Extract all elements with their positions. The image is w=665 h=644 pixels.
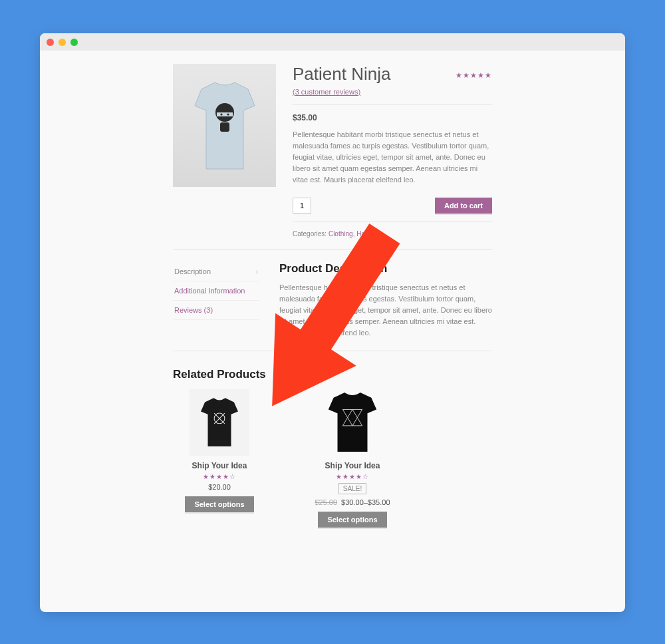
tab-content-body: Pellentesque habitant morbi tristique se… [279,282,492,339]
category-link-hoodies[interactable]: Hoodies [356,230,381,238]
tab-additional-information[interactable]: Additional Information [173,281,259,301]
select-options-button[interactable]: Select options [185,496,253,512]
minimize-dot[interactable] [59,39,66,46]
divider [293,104,492,105]
tab-content-heading: Product Description [279,262,492,275]
tab-list: Description › Additional Information Rev… [173,262,259,339]
related-product-name: Ship Your Idea [306,461,399,470]
category-link-clothing[interactable]: Clothing [329,230,353,238]
related-product-name: Ship Your Idea [173,461,266,470]
product-categories: Categories: Clothing, Hoodies. [293,230,492,238]
tab-panel-description: Product Description Pellentesque habitan… [279,262,492,339]
select-options-button[interactable]: Select options [318,512,386,528]
close-dot[interactable] [47,39,54,46]
product-summary: Patient Ninja ★★★★★ (3 customer reviews)… [293,64,492,238]
sale-badge: SALE! [338,483,366,494]
related-heading: Related Products [173,368,492,381]
product-tabs: Description › Additional Information Rev… [173,262,492,339]
svg-rect-1 [217,112,233,116]
section-divider [173,351,492,351]
product-short-description: Pellentesque habitant morbi tristique se… [293,129,492,186]
browser-window: Patient Ninja ★★★★★ (3 customer reviews)… [40,33,625,612]
tshirt-graphic [185,76,265,176]
section-divider [173,249,492,250]
tab-label: Additional Information [174,287,245,295]
old-price: $25.00 [315,498,337,506]
tshirt-icon [323,390,382,455]
current-price: $30.00–$35.00 [341,498,390,506]
categories-label: Categories: [293,230,329,238]
chevron-right-icon: › [256,268,258,275]
related-product-rating: ★★★★☆ [306,473,399,480]
related-product-image [190,389,249,456]
maximize-dot[interactable] [70,39,78,46]
related-product-rating: ★★★★☆ [173,473,266,480]
tshirt-icon [196,395,243,451]
quantity-stepper[interactable] [293,198,311,214]
product-price: $35.00 [293,113,492,122]
related-grid: Ship Your Idea ★★★★☆ $20.00 Select optio… [173,389,492,528]
svg-point-3 [227,113,229,115]
window-titlebar [40,33,625,51]
related-product[interactable]: Ship Your Idea ★★★★☆ $20.00 Select optio… [173,389,266,528]
add-to-cart-button[interactable]: Add to cart [435,198,492,214]
tab-label: Description [174,267,211,275]
svg-point-2 [220,113,222,115]
related-product[interactable]: Ship Your Idea ★★★★☆ SALE! $25.00$30.00–… [306,389,399,528]
star-rating: ★★★★★ [456,71,492,80]
related-product-price: $25.00$30.00–$35.00 [306,498,399,506]
product-image[interactable] [173,64,276,187]
page-content: Patient Ninja ★★★★★ (3 customer reviews)… [40,51,625,612]
divider [293,222,492,222]
svg-rect-4 [220,122,229,132]
tab-reviews[interactable]: Reviews (3) [173,301,259,320]
related-product-price: $20.00 [173,483,266,491]
related-products: Related Products Ship Your Idea ★★★★☆ $2… [173,368,492,528]
add-to-cart-row: Add to cart [293,198,492,214]
reviews-link[interactable]: (3 customer reviews) [293,88,360,96]
tab-label: Reviews (3) [174,306,213,314]
related-product-image [323,389,382,456]
product-summary-row: Patient Ninja ★★★★★ (3 customer reviews)… [173,64,492,238]
product-title: Patient Ninja [293,64,390,84]
tab-description[interactable]: Description › [173,262,259,281]
